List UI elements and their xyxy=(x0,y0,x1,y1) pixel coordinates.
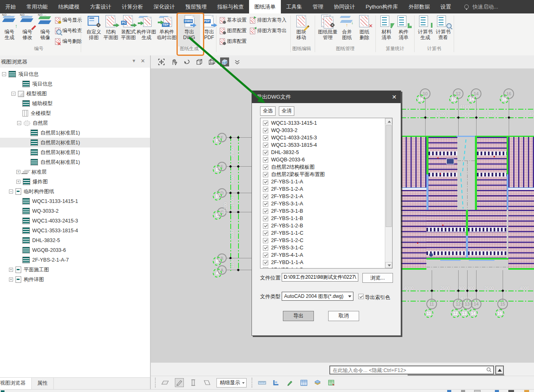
expand-more-icon[interactable] xyxy=(233,57,242,66)
layer-config-button[interactable]: 图层配置 xyxy=(219,27,247,34)
menu-tab[interactable]: 深化设计 xyxy=(148,0,180,13)
custom-layout-button[interactable]: 自定义 排图 xyxy=(84,15,103,40)
zoom-extents-icon[interactable] xyxy=(157,57,166,66)
export-list-item[interactable]: 2F-YBS-2-1-A xyxy=(260,193,392,200)
menu-tab[interactable]: 设置 xyxy=(435,0,456,13)
checkbox-checked-icon[interactable] xyxy=(263,245,268,251)
tree-item[interactable]: 全楼模型 xyxy=(0,108,150,118)
tree-item[interactable]: + 平面施工图 xyxy=(0,265,150,275)
tab-view-browser[interactable]: 视图浏览器 xyxy=(0,378,32,389)
tree-item[interactable]: − 项目信息 xyxy=(0,69,150,79)
component-list-button[interactable]: 构件 清单 xyxy=(395,15,412,40)
export-file-list[interactable]: WQC1-3133-1415-1 WQ-3033-2 WQC1-4033-241… xyxy=(260,118,393,269)
batch-manage-button[interactable]: 图纸批量 管理 xyxy=(318,15,338,40)
export-list-item[interactable]: 2F-YBS-3-1-B xyxy=(260,207,392,215)
tree-item[interactable]: 项目信息 xyxy=(0,79,150,89)
export-list-item[interactable]: 2F-YBS-3-1-C xyxy=(260,244,392,251)
scrollbar-thumb[interactable] xyxy=(386,125,392,227)
menu-tab[interactable]: 开始 xyxy=(0,0,21,13)
command-expand-button[interactable] xyxy=(495,366,504,374)
measure-icon[interactable] xyxy=(258,378,267,387)
tab-properties[interactable]: 属性 xyxy=(32,378,54,389)
layers-icon[interactable] xyxy=(313,378,322,387)
dialog-title-bar[interactable]: 导出DWG文件 xyxy=(252,91,401,103)
tree-expander[interactable]: + xyxy=(9,277,13,282)
delete-drawing-button[interactable]: ✕ 图纸 删除 xyxy=(356,15,373,40)
clear-all-button[interactable]: 全清 xyxy=(279,106,294,116)
file-location-input[interactable] xyxy=(282,273,358,282)
tree-item[interactable]: WGQB-2033-6 xyxy=(0,245,150,255)
export-list-item[interactable]: WQ-3033-2 xyxy=(260,127,392,134)
number-check-button[interactable]: 编号检查 xyxy=(55,27,82,34)
list-scrollbar[interactable] xyxy=(385,118,392,268)
tree-item[interactable]: − 临时构件图纸 xyxy=(0,187,150,196)
tree-item[interactable]: − 自然层 xyxy=(0,118,150,128)
calc-report-view-button[interactable]: 计算书 查看 xyxy=(434,15,452,40)
export-list-item[interactable]: 2F-YBS-1-1-A xyxy=(260,178,392,185)
checkbox-checked-icon[interactable] xyxy=(263,231,268,236)
menu-tab[interactable]: 常用功能 xyxy=(21,0,53,13)
export-list-item[interactable]: 2F-YBS-1-2-B xyxy=(260,222,392,229)
export-list-item[interactable]: 2F-YBD-1-1-A xyxy=(260,259,392,266)
file-type-select[interactable]: AutoCAD 2004 图形(*.dwg) xyxy=(282,292,353,301)
dialog-close-icon[interactable]: ✕ xyxy=(392,91,397,103)
basic-settings-button[interactable]: 基本设置 xyxy=(219,16,247,24)
menu-tab[interactable]: 协同设计 xyxy=(329,0,360,13)
shaded-cube-icon[interactable] xyxy=(220,57,229,66)
wall-display-icon[interactable] xyxy=(203,378,212,387)
export-button[interactable]: 导出 xyxy=(283,311,314,321)
tree-item[interactable]: − 模型视图 xyxy=(0,89,150,99)
wireframe-cube-icon[interactable] xyxy=(195,57,204,66)
checkbox-checked-icon[interactable] xyxy=(263,165,268,170)
export-list-item[interactable]: 2F-YBS-3-1-A xyxy=(260,200,392,207)
checkbox-checked-icon[interactable] xyxy=(263,201,268,207)
tree-item[interactable]: + 标准层 xyxy=(0,167,150,177)
export-list-item[interactable]: DHL-3832-5 xyxy=(260,149,392,156)
checkbox-checked-icon[interactable] xyxy=(263,253,268,258)
beam-display-icon[interactable] xyxy=(175,378,184,387)
tree-item[interactable]: + 构件详图 xyxy=(0,275,150,284)
checkbox-checked-icon[interactable] xyxy=(263,238,268,243)
index-color-checkbox[interactable] xyxy=(358,294,364,299)
checkbox-checked-icon[interactable] xyxy=(263,223,268,229)
export-list-item[interactable]: WQC1-3533-1815-4 xyxy=(260,141,392,149)
tree-expander[interactable]: − xyxy=(9,189,13,194)
menu-tab[interactable]: 预留预埋 xyxy=(180,0,212,13)
number-delete-button[interactable]: ✕ 编号删除 xyxy=(55,37,82,45)
tree-item[interactable]: 自然层1(标准层1) xyxy=(0,128,150,138)
tree-expander[interactable]: + xyxy=(16,180,20,184)
tree-item[interactable]: WQ-3033-2 xyxy=(0,206,150,216)
export-list-item[interactable]: 2F-YBS-1-2-C xyxy=(260,237,392,244)
checkbox-checked-icon[interactable] xyxy=(263,179,268,185)
checkbox-checked-icon[interactable] xyxy=(263,267,268,269)
tree-item[interactable]: WQC1-3533-1815-4 xyxy=(0,226,150,236)
export-list-item[interactable]: 2F-YBD-1-1-B xyxy=(260,266,392,269)
tree-item[interactable]: DHL-3832-5 xyxy=(0,236,150,245)
checkbox-checked-icon[interactable] xyxy=(263,143,268,148)
menu-tab[interactable]: 计算分析 xyxy=(117,0,148,13)
checkbox-checked-icon[interactable] xyxy=(263,150,268,155)
column-display-icon[interactable] xyxy=(189,378,198,387)
tree-item[interactable]: WQC1-4033-2415-3 xyxy=(0,216,150,226)
browse-button[interactable]: 浏览... xyxy=(362,273,393,283)
checkbox-checked-icon[interactable] xyxy=(263,172,268,177)
tree-item[interactable]: 自然层3(标准层1) xyxy=(0,148,150,157)
layout-scheme-import-button[interactable]: 排图方案导入 xyxy=(249,16,287,24)
menu-tab[interactable]: 管理 xyxy=(307,0,329,13)
annotate-icon[interactable] xyxy=(285,378,294,387)
tree-item[interactable]: WQC1-3133-1415-1 xyxy=(0,196,150,206)
number-mirror-button[interactable]: NO.… 编号 镜像 xyxy=(37,15,54,40)
checkbox-checked-icon[interactable] xyxy=(263,135,268,141)
material-list-button[interactable]: 材料 清单 xyxy=(378,15,395,40)
slab-display-icon[interactable] xyxy=(161,378,170,387)
layout-scheme-export-button[interactable]: 排图方案导出 xyxy=(249,27,287,34)
tree-expander[interactable]: + xyxy=(16,170,20,174)
tree-expander[interactable]: + xyxy=(9,268,13,272)
tree-item[interactable]: 自然层2(标准层1) xyxy=(0,138,150,148)
menu-tab-active[interactable]: 图纸清单 xyxy=(249,0,281,13)
panel-menu-icon[interactable]: ▼ xyxy=(132,58,136,63)
menu-tab[interactable]: 指标与检查 xyxy=(212,0,249,13)
checkbox-checked-icon[interactable] xyxy=(263,216,268,221)
checkbox-checked-icon[interactable] xyxy=(263,260,268,265)
tree-item[interactable]: 2F-YBS-2-1-A-7 xyxy=(0,255,150,265)
